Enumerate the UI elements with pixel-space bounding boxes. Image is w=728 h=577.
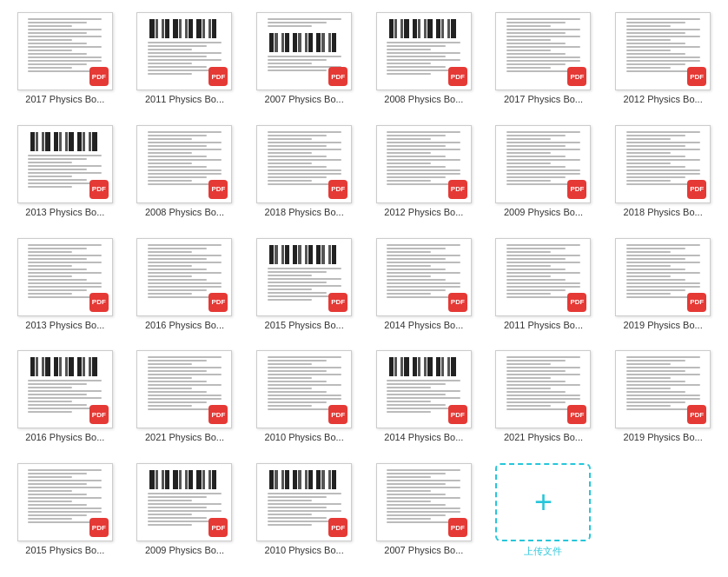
file-thumbnail: PDF xyxy=(495,125,591,203)
file-thumbnail: PDF xyxy=(376,350,472,428)
file-item[interactable]: PDF 2018 Physics Bo... xyxy=(606,122,719,228)
file-item[interactable]: PDF 2018 Physics Bo... xyxy=(248,122,361,228)
file-item[interactable]: PDF 2007 Physics Bo... xyxy=(248,9,361,115)
file-thumbnail: PDF xyxy=(495,350,591,428)
file-thumbnail: PDF xyxy=(615,12,711,90)
file-thumbnail: PDF xyxy=(256,12,352,90)
file-grid: PDF 2017 Physics Bo... PDF 2011 Physics … xyxy=(0,0,728,577)
pdf-badge: PDF xyxy=(328,405,347,424)
pdf-badge: PDF xyxy=(328,180,347,199)
file-item[interactable]: PDF 2012 Physics Bo... xyxy=(606,9,719,115)
file-thumbnail: PDF xyxy=(136,238,232,316)
file-label: 2010 Physics Bo... xyxy=(265,545,344,555)
file-label: 2014 Physics Bo... xyxy=(384,432,463,442)
file-item[interactable]: PDF 2013 Physics Bo... xyxy=(9,235,122,341)
pdf-badge: PDF xyxy=(328,293,347,312)
file-item[interactable]: PDF 2011 Physics Bo... xyxy=(487,235,600,341)
file-item[interactable]: PDF 2015 Physics Bo... xyxy=(248,235,361,341)
file-label: 2011 Physics Bo... xyxy=(145,94,224,104)
file-item[interactable]: PDF 2009 Physics Bo... xyxy=(487,122,600,228)
file-thumbnail: PDF xyxy=(17,12,113,90)
pdf-badge: PDF xyxy=(328,67,347,86)
file-item[interactable]: PDF 2015 Physics Bo... xyxy=(9,460,122,568)
file-thumbnail: PDF xyxy=(256,238,352,316)
file-label: 2008 Physics Bo... xyxy=(384,94,463,104)
file-item[interactable]: PDF 2021 Physics Bo... xyxy=(487,347,600,453)
pdf-badge: PDF xyxy=(448,67,467,86)
file-label: 2019 Physics Bo... xyxy=(624,320,703,330)
file-label: 2021 Physics Bo... xyxy=(504,432,583,442)
file-item[interactable]: PDF 2019 Physics Bo... xyxy=(606,235,719,341)
file-thumbnail: PDF xyxy=(136,350,232,428)
file-item[interactable]: PDF 2021 Physics Bo... xyxy=(129,347,242,453)
file-thumbnail: PDF xyxy=(256,125,352,203)
file-thumbnail: PDF xyxy=(256,350,352,428)
pdf-badge: PDF xyxy=(448,405,467,424)
file-item[interactable]: PDF 2014 Physics Bo... xyxy=(367,347,480,453)
pdf-badge: PDF xyxy=(89,180,109,199)
file-thumbnail: PDF xyxy=(17,463,113,541)
file-item[interactable]: PDF 2008 Physics Bo... xyxy=(367,9,480,115)
file-item[interactable]: PDF 2010 Physics Bo... xyxy=(248,460,361,568)
pdf-badge: PDF xyxy=(89,293,109,312)
pdf-badge: PDF xyxy=(448,180,467,199)
file-thumbnail: PDF xyxy=(17,238,113,316)
file-thumbnail: PDF xyxy=(615,125,711,203)
file-item[interactable]: PDF 2016 Physics Bo... xyxy=(129,235,242,341)
file-label: 2009 Physics Bo... xyxy=(504,207,583,217)
file-item[interactable]: PDF 2016 Physics Bo... xyxy=(9,347,122,453)
file-label: 2016 Physics Bo... xyxy=(25,432,104,442)
file-item[interactable]: PDF 2010 Physics Bo... xyxy=(248,347,361,453)
file-thumbnail: PDF xyxy=(376,463,472,541)
file-thumbnail: PDF xyxy=(615,238,711,316)
file-label: 2015 Physics Bo... xyxy=(25,545,104,555)
file-thumbnail: PDF xyxy=(495,12,591,90)
file-thumbnail: PDF xyxy=(376,12,472,90)
file-thumbnail: PDF xyxy=(136,12,232,90)
file-thumbnail: PDF xyxy=(376,238,472,316)
pdf-badge: PDF xyxy=(448,293,467,312)
file-item[interactable]: PDF 2013 Physics Bo... xyxy=(9,122,122,228)
file-label: 2016 Physics Bo... xyxy=(145,320,224,330)
file-item[interactable]: PDF 2014 Physics Bo... xyxy=(367,235,480,341)
pdf-badge: PDF xyxy=(567,180,586,199)
file-label: 2013 Physics Bo... xyxy=(25,320,104,330)
file-thumbnail: PDF xyxy=(615,350,711,428)
pdf-badge: PDF xyxy=(208,518,228,537)
file-item[interactable]: PDF 2008 Physics Bo... xyxy=(129,122,242,228)
file-thumbnail: PDF xyxy=(136,463,232,541)
file-thumbnail: PDF xyxy=(256,463,352,541)
file-item[interactable]: PDF 2017 Physics Bo... xyxy=(9,9,122,115)
file-item[interactable]: PDF 2007 Physics Bo... xyxy=(367,460,480,568)
file-label: 2011 Physics Bo... xyxy=(504,320,583,330)
file-label: 2015 Physics Bo... xyxy=(265,320,344,330)
file-item[interactable]: PDF 2012 Physics Bo... xyxy=(367,122,480,228)
file-label: 2019 Physics Bo... xyxy=(624,432,703,442)
pdf-badge: PDF xyxy=(687,180,706,199)
file-item[interactable]: PDF 2009 Physics Bo... xyxy=(129,460,242,568)
plus-icon: + xyxy=(534,487,553,518)
file-label: 2007 Physics Bo... xyxy=(265,94,344,104)
upload-button[interactable]: + 上传文件 xyxy=(487,460,600,568)
pdf-badge: PDF xyxy=(208,405,228,424)
file-thumbnail: PDF xyxy=(17,350,113,428)
pdf-badge: PDF xyxy=(208,293,228,312)
pdf-badge: PDF xyxy=(208,67,228,86)
pdf-badge: PDF xyxy=(328,518,347,537)
file-label: 2007 Physics Bo... xyxy=(384,545,463,555)
file-label: 2012 Physics Bo... xyxy=(384,207,463,217)
file-label: 2017 Physics Bo... xyxy=(504,94,583,104)
file-label: 2008 Physics Bo... xyxy=(145,207,224,217)
file-label: 2010 Physics Bo... xyxy=(265,432,344,442)
pdf-badge: PDF xyxy=(89,405,109,424)
pdf-badge: PDF xyxy=(89,67,109,86)
file-label: 2013 Physics Bo... xyxy=(25,207,104,217)
pdf-badge: PDF xyxy=(567,67,586,86)
file-item[interactable]: PDF 2019 Physics Bo... xyxy=(606,347,719,453)
pdf-badge: PDF xyxy=(687,293,706,312)
file-label: 2018 Physics Bo... xyxy=(624,207,703,217)
file-item[interactable]: PDF 2011 Physics Bo... xyxy=(129,9,242,115)
pdf-badge: PDF xyxy=(208,180,228,199)
file-thumbnail: PDF xyxy=(17,125,113,203)
file-item[interactable]: PDF 2017 Physics Bo... xyxy=(487,9,600,115)
